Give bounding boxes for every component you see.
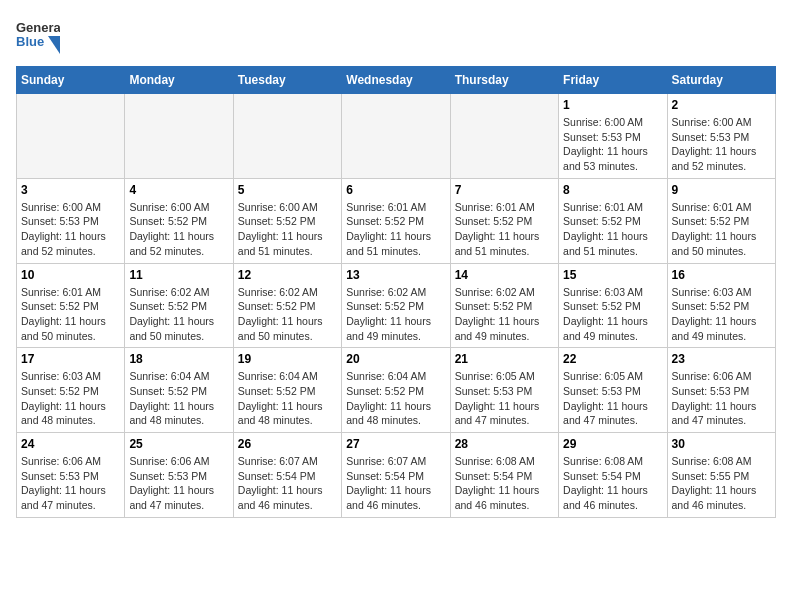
day-info: Sunrise: 6:04 AM Sunset: 5:52 PM Dayligh… [238,369,337,428]
day-info: Sunrise: 6:04 AM Sunset: 5:52 PM Dayligh… [129,369,228,428]
day-number: 14 [455,268,554,282]
day-info: Sunrise: 6:08 AM Sunset: 5:54 PM Dayligh… [455,454,554,513]
day-info: Sunrise: 6:01 AM Sunset: 5:52 PM Dayligh… [563,200,662,259]
weekday-header-tuesday: Tuesday [233,67,341,94]
day-number: 23 [672,352,771,366]
calendar-day: 16Sunrise: 6:03 AM Sunset: 5:52 PM Dayli… [667,263,775,348]
day-number: 26 [238,437,337,451]
calendar-week-2: 3Sunrise: 6:00 AM Sunset: 5:53 PM Daylig… [17,178,776,263]
day-info: Sunrise: 6:00 AM Sunset: 5:52 PM Dayligh… [238,200,337,259]
day-number: 11 [129,268,228,282]
calendar-week-5: 24Sunrise: 6:06 AM Sunset: 5:53 PM Dayli… [17,433,776,518]
day-info: Sunrise: 6:01 AM Sunset: 5:52 PM Dayligh… [455,200,554,259]
calendar-week-1: 1Sunrise: 6:00 AM Sunset: 5:53 PM Daylig… [17,94,776,179]
calendar-day: 26Sunrise: 6:07 AM Sunset: 5:54 PM Dayli… [233,433,341,518]
day-number: 30 [672,437,771,451]
day-info: Sunrise: 6:00 AM Sunset: 5:53 PM Dayligh… [672,115,771,174]
day-info: Sunrise: 6:00 AM Sunset: 5:53 PM Dayligh… [563,115,662,174]
calendar-week-3: 10Sunrise: 6:01 AM Sunset: 5:52 PM Dayli… [17,263,776,348]
calendar-day [342,94,450,179]
day-info: Sunrise: 6:06 AM Sunset: 5:53 PM Dayligh… [21,454,120,513]
day-info: Sunrise: 6:03 AM Sunset: 5:52 PM Dayligh… [563,285,662,344]
day-number: 25 [129,437,228,451]
calendar-day: 18Sunrise: 6:04 AM Sunset: 5:52 PM Dayli… [125,348,233,433]
weekday-header-sunday: Sunday [17,67,125,94]
calendar-day: 11Sunrise: 6:02 AM Sunset: 5:52 PM Dayli… [125,263,233,348]
svg-marker-2 [48,36,60,54]
day-info: Sunrise: 6:02 AM Sunset: 5:52 PM Dayligh… [238,285,337,344]
day-info: Sunrise: 6:00 AM Sunset: 5:53 PM Dayligh… [21,200,120,259]
calendar-week-4: 17Sunrise: 6:03 AM Sunset: 5:52 PM Dayli… [17,348,776,433]
day-number: 3 [21,183,120,197]
weekday-header-friday: Friday [559,67,667,94]
day-number: 19 [238,352,337,366]
page-header: General Blue [16,16,776,56]
day-number: 2 [672,98,771,112]
calendar-day: 3Sunrise: 6:00 AM Sunset: 5:53 PM Daylig… [17,178,125,263]
calendar-day: 8Sunrise: 6:01 AM Sunset: 5:52 PM Daylig… [559,178,667,263]
calendar-day: 15Sunrise: 6:03 AM Sunset: 5:52 PM Dayli… [559,263,667,348]
calendar-day: 13Sunrise: 6:02 AM Sunset: 5:52 PM Dayli… [342,263,450,348]
day-number: 24 [21,437,120,451]
day-number: 10 [21,268,120,282]
day-info: Sunrise: 6:02 AM Sunset: 5:52 PM Dayligh… [346,285,445,344]
calendar-day: 4Sunrise: 6:00 AM Sunset: 5:52 PM Daylig… [125,178,233,263]
day-info: Sunrise: 6:01 AM Sunset: 5:52 PM Dayligh… [346,200,445,259]
day-info: Sunrise: 6:01 AM Sunset: 5:52 PM Dayligh… [21,285,120,344]
calendar-day: 9Sunrise: 6:01 AM Sunset: 5:52 PM Daylig… [667,178,775,263]
day-number: 17 [21,352,120,366]
calendar-day: 14Sunrise: 6:02 AM Sunset: 5:52 PM Dayli… [450,263,558,348]
day-number: 6 [346,183,445,197]
calendar-table: SundayMondayTuesdayWednesdayThursdayFrid… [16,66,776,518]
day-info: Sunrise: 6:06 AM Sunset: 5:53 PM Dayligh… [672,369,771,428]
calendar-day: 24Sunrise: 6:06 AM Sunset: 5:53 PM Dayli… [17,433,125,518]
day-number: 16 [672,268,771,282]
calendar-day [233,94,341,179]
calendar-day: 28Sunrise: 6:08 AM Sunset: 5:54 PM Dayli… [450,433,558,518]
calendar-day [17,94,125,179]
day-number: 13 [346,268,445,282]
calendar-day: 29Sunrise: 6:08 AM Sunset: 5:54 PM Dayli… [559,433,667,518]
calendar-day: 23Sunrise: 6:06 AM Sunset: 5:53 PM Dayli… [667,348,775,433]
day-info: Sunrise: 6:02 AM Sunset: 5:52 PM Dayligh… [455,285,554,344]
day-number: 5 [238,183,337,197]
weekday-header-wednesday: Wednesday [342,67,450,94]
day-info: Sunrise: 6:04 AM Sunset: 5:52 PM Dayligh… [346,369,445,428]
calendar-day: 17Sunrise: 6:03 AM Sunset: 5:52 PM Dayli… [17,348,125,433]
svg-text:General: General [16,20,60,35]
day-number: 4 [129,183,228,197]
day-info: Sunrise: 6:00 AM Sunset: 5:52 PM Dayligh… [129,200,228,259]
calendar-day: 6Sunrise: 6:01 AM Sunset: 5:52 PM Daylig… [342,178,450,263]
day-number: 9 [672,183,771,197]
day-info: Sunrise: 6:05 AM Sunset: 5:53 PM Dayligh… [563,369,662,428]
day-info: Sunrise: 6:07 AM Sunset: 5:54 PM Dayligh… [238,454,337,513]
weekday-header-saturday: Saturday [667,67,775,94]
day-info: Sunrise: 6:08 AM Sunset: 5:54 PM Dayligh… [563,454,662,513]
calendar-day: 22Sunrise: 6:05 AM Sunset: 5:53 PM Dayli… [559,348,667,433]
calendar-day: 5Sunrise: 6:00 AM Sunset: 5:52 PM Daylig… [233,178,341,263]
day-number: 1 [563,98,662,112]
svg-text:Blue: Blue [16,34,44,49]
calendar-day: 30Sunrise: 6:08 AM Sunset: 5:55 PM Dayli… [667,433,775,518]
day-info: Sunrise: 6:05 AM Sunset: 5:53 PM Dayligh… [455,369,554,428]
calendar-day [450,94,558,179]
day-info: Sunrise: 6:03 AM Sunset: 5:52 PM Dayligh… [21,369,120,428]
day-info: Sunrise: 6:07 AM Sunset: 5:54 PM Dayligh… [346,454,445,513]
calendar-day: 25Sunrise: 6:06 AM Sunset: 5:53 PM Dayli… [125,433,233,518]
day-info: Sunrise: 6:01 AM Sunset: 5:52 PM Dayligh… [672,200,771,259]
logo: General Blue [16,16,60,56]
calendar-day: 12Sunrise: 6:02 AM Sunset: 5:52 PM Dayli… [233,263,341,348]
weekday-header-thursday: Thursday [450,67,558,94]
day-number: 21 [455,352,554,366]
day-info: Sunrise: 6:06 AM Sunset: 5:53 PM Dayligh… [129,454,228,513]
day-number: 18 [129,352,228,366]
calendar-day: 1Sunrise: 6:00 AM Sunset: 5:53 PM Daylig… [559,94,667,179]
calendar-day: 7Sunrise: 6:01 AM Sunset: 5:52 PM Daylig… [450,178,558,263]
weekday-header-monday: Monday [125,67,233,94]
day-info: Sunrise: 6:08 AM Sunset: 5:55 PM Dayligh… [672,454,771,513]
day-number: 15 [563,268,662,282]
day-number: 12 [238,268,337,282]
calendar-day: 19Sunrise: 6:04 AM Sunset: 5:52 PM Dayli… [233,348,341,433]
day-number: 29 [563,437,662,451]
calendar-day: 10Sunrise: 6:01 AM Sunset: 5:52 PM Dayli… [17,263,125,348]
